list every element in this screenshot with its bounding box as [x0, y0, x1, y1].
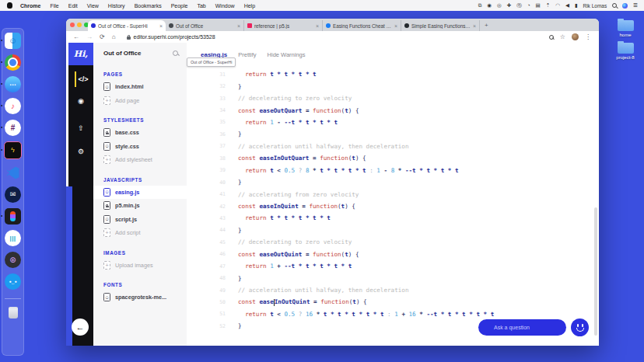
- sidebar-file-easing-js[interactable]: ☺easing.js: [93, 186, 187, 200]
- code-line[interactable]: 45// decelerating to zero velocity: [187, 236, 599, 248]
- siri-icon[interactable]: [622, 3, 628, 9]
- hide-warnings-button[interactable]: Hide Warnings: [268, 51, 306, 58]
- browser-tab[interactable]: Out of Office - SuperHi×: [88, 20, 166, 31]
- sidebar-file-base-css[interactable]: base.css: [93, 126, 187, 140]
- code-line[interactable]: 32}: [187, 80, 599, 92]
- messages-dock-icon[interactable]: …: [5, 76, 21, 92]
- vscode-dock-icon[interactable]: [5, 165, 21, 181]
- sidebar-add-add-script[interactable]: +Add script: [93, 226, 187, 240]
- spark-dock-icon[interactable]: ✉: [5, 186, 21, 203]
- code-line[interactable]: 33// decelerating to zero velocity: [187, 92, 599, 104]
- sidebar-file-script-js[interactable]: ☺script.js: [93, 213, 187, 227]
- status-icon-6[interactable]: ▤: [536, 3, 541, 9]
- menu-item-edit[interactable]: Edit: [68, 3, 78, 9]
- back-circle-button[interactable]: ←: [72, 318, 89, 336]
- notification-center-icon[interactable]: ☰: [633, 3, 638, 9]
- profile-avatar[interactable]: [572, 33, 579, 40]
- code-line[interactable]: 41// accelerating from zero velocity: [187, 188, 599, 200]
- close-window-button[interactable]: [70, 23, 75, 27]
- status-icon-3[interactable]: ✚: [507, 3, 511, 9]
- code-area[interactable]: 31 return t * t * t * t32}33// decelerat…: [187, 68, 599, 346]
- reload-button[interactable]: ⟳: [100, 33, 105, 40]
- code-line[interactable]: 40}: [187, 176, 599, 188]
- sidebar-file-p5-min-js[interactable]: p5.min.js: [93, 199, 187, 213]
- tab-close-icon[interactable]: ×: [159, 23, 163, 29]
- figma-dock-icon[interactable]: [5, 208, 21, 225]
- home-button[interactable]: ⌂: [112, 33, 116, 40]
- tab-close-icon[interactable]: ×: [473, 23, 476, 29]
- sidebar-file-index-html[interactable]: ☺index.html: [93, 80, 187, 94]
- gif-dock-icon[interactable]: ⊛: [5, 252, 21, 268]
- code-line[interactable]: 31 return t * t * t * t: [187, 68, 599, 80]
- desktop-folder-project-8[interactable]: project-8: [610, 43, 641, 60]
- sidebar-file-style-css[interactable]: ☺style.css: [93, 140, 187, 154]
- status-icon-1[interactable]: ◉: [487, 3, 492, 9]
- bookmark-star-icon[interactable]: ☆: [560, 33, 565, 40]
- prettify-button[interactable]: Prettify: [238, 51, 256, 58]
- search-icon[interactable]: [173, 50, 179, 57]
- chrome-dock-icon[interactable]: [5, 54, 21, 71]
- settings-tool-button[interactable]: ⚙: [68, 142, 93, 161]
- slack-dock-icon[interactable]: #: [5, 120, 21, 136]
- menu-item-window[interactable]: Window: [215, 3, 235, 9]
- editor-scrollbar[interactable]: [594, 207, 597, 336]
- sidebar-add-add-page[interactable]: +Add page: [93, 94, 187, 108]
- status-icon-8[interactable]: ◠: [555, 3, 560, 9]
- menu-item-history[interactable]: History: [108, 3, 125, 9]
- code-line[interactable]: 49// acceleration until halfway, then de…: [187, 284, 599, 296]
- trash-dock-icon[interactable]: [5, 298, 21, 322]
- sidebar-add-add-stylesheet[interactable]: +Add stylesheet: [93, 153, 187, 167]
- status-icon-2[interactable]: ◎: [497, 3, 502, 9]
- code-line[interactable]: 46const easeOutQuint = function(t) {: [187, 249, 599, 260]
- preview-tool-button[interactable]: ◉: [68, 92, 93, 110]
- url-field[interactable]: editor.superhi.com/projects/53528: [134, 34, 215, 40]
- tab-close-icon[interactable]: ×: [316, 23, 319, 29]
- forward-button[interactable]: →: [86, 33, 93, 40]
- status-icon-7[interactable]: ⇡: [546, 3, 550, 9]
- browser-tab[interactable]: Simple Easing Functions in Jav...×: [401, 20, 480, 31]
- code-line[interactable]: 35 return 1 - --t * t * t * t: [187, 117, 599, 128]
- code-line[interactable]: 42const easeInQuint = function(t) {: [187, 200, 599, 212]
- menu-item-bookmarks[interactable]: Bookmarks: [135, 3, 162, 9]
- code-line[interactable]: 48}: [187, 272, 599, 284]
- status-icon-0[interactable]: ⧉: [478, 3, 482, 9]
- browser-tab[interactable]: Easing Functions Cheat Sheet×: [323, 20, 401, 31]
- code-line[interactable]: 47 return 1 + --t * t * t * t * t: [187, 260, 599, 272]
- status-icon-4[interactable]: Ⓖ: [516, 3, 522, 9]
- code-line[interactable]: 34const easeOutQuart = function(t) {: [187, 104, 599, 116]
- new-tab-button[interactable]: +: [485, 20, 488, 31]
- apple-menu-icon[interactable]: [7, 2, 12, 9]
- terminal-dock-icon[interactable]: ϟ: [4, 141, 22, 159]
- sidebar-add-upload-images[interactable]: +Upload images: [93, 259, 187, 273]
- bird-dock-icon[interactable]: ●‿●: [5, 273, 21, 290]
- minimize-window-button[interactable]: [77, 23, 82, 27]
- desktop-folder-home[interactable]: home: [610, 20, 641, 37]
- menu-item-people[interactable]: People: [171, 3, 188, 9]
- browser-menu-icon[interactable]: ⋮: [585, 33, 591, 40]
- code-line[interactable]: 36}: [187, 128, 599, 140]
- back-button[interactable]: ←: [73, 33, 79, 40]
- code-tool-button[interactable]: </>: [68, 70, 93, 89]
- code-line[interactable]: 50const easeInOutQuint = function(t) {: [187, 296, 599, 308]
- superhi-logo[interactable]: Hi,: [68, 43, 93, 65]
- browser-tab[interactable]: Out of Office×: [166, 20, 244, 31]
- code-line[interactable]: 44}: [187, 225, 599, 236]
- menu-item-view[interactable]: View: [87, 3, 99, 9]
- ask-question-input[interactable]: Ask a question: [478, 319, 566, 336]
- sidebar-file-spacegrotesk-me-[interactable]: ☺spacegrotesk-me...: [93, 291, 187, 305]
- menu-item-file[interactable]: File: [50, 3, 58, 9]
- help-smiley-button[interactable]: [571, 318, 589, 336]
- menu-item-help[interactable]: Help: [244, 3, 255, 9]
- status-icon-5[interactable]: ◔: [527, 3, 530, 9]
- alexa-dock-icon[interactable]: |||: [5, 230, 21, 246]
- code-line[interactable]: 39 return t < 0.5 ? 8 * t * t * t * t : …: [187, 165, 599, 176]
- finder-dock-icon[interactable]: ☺: [5, 33, 21, 49]
- status-icon-10[interactable]: ▮: [575, 3, 578, 9]
- status-icon-9[interactable]: ◀: [565, 3, 569, 9]
- code-line[interactable]: 51 return t < 0.5 ? 16 * t * t * t * t *…: [187, 308, 599, 320]
- tab-close-icon[interactable]: ×: [237, 23, 240, 29]
- share-tool-button[interactable]: ⇧: [68, 119, 93, 137]
- menu-item-chrome[interactable]: Chrome: [20, 3, 40, 9]
- code-line[interactable]: 43 return t * t * t * t * t: [187, 212, 599, 224]
- music-dock-icon[interactable]: ♪: [5, 98, 21, 114]
